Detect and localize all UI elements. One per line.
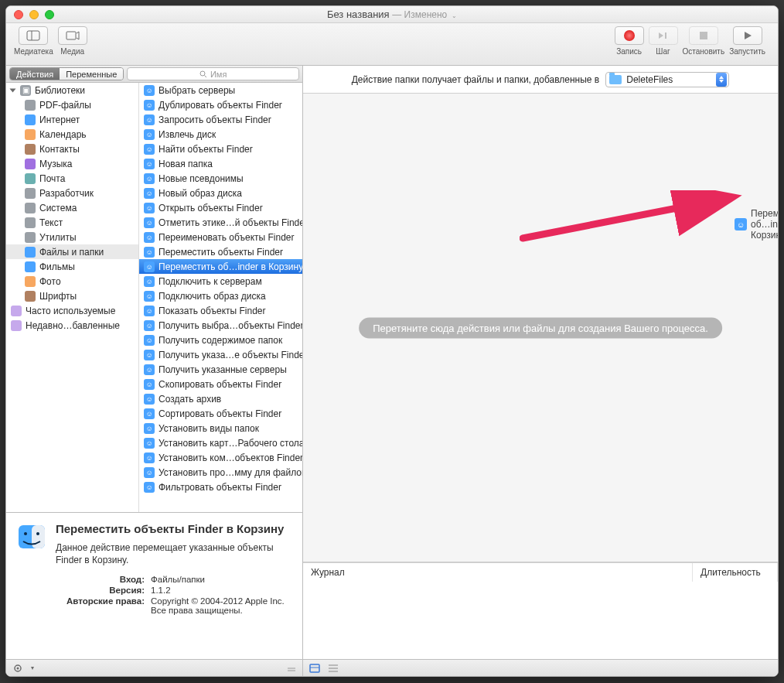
action-item[interactable]: ☺Установить виды папок [139, 421, 302, 435]
lib-calendar[interactable]: Календарь [6, 127, 138, 142]
action-item[interactable]: ☺Открыть объекты Finder [139, 200, 302, 215]
info-value: 1.1.2 [151, 586, 291, 595]
folder-icon [609, 75, 622, 84]
action-item[interactable]: ☺Новые псевдонимы [139, 171, 302, 186]
lib-internet[interactable]: Интернет [6, 112, 138, 127]
action-item[interactable]: ☺Выбрать серверы [139, 83, 302, 97]
lib-text[interactable]: Текст [6, 215, 138, 230]
action-item[interactable]: ☺Получить содержимое папок [139, 333, 302, 347]
svg-rect-2 [66, 32, 76, 39]
lib-pdf[interactable]: PDF-файлы [6, 97, 138, 112]
tab-actions[interactable]: Действия [10, 68, 60, 80]
action-label: Дублировать объекты Finder [159, 100, 282, 111]
flow-view-icon[interactable] [309, 664, 320, 673]
finder-small-icon: ☺ [144, 85, 155, 96]
action-item[interactable]: ☺Получить выбра…объекты Finder [139, 318, 302, 333]
action-item[interactable]: ☺Установить про…мму для файлов [139, 465, 302, 480]
action-item[interactable]: ☺Новая папка [139, 156, 302, 171]
run-label: Запустить [729, 47, 765, 56]
info-key: Авторские права: [56, 596, 145, 615]
lib-system[interactable]: Система [6, 200, 138, 215]
category-icon [25, 247, 36, 258]
lib-utilities[interactable]: Утилиты [6, 230, 138, 244]
lib-fonts[interactable]: Шрифты [6, 289, 138, 303]
lib-photos[interactable]: Фото [6, 274, 138, 289]
category-icon [25, 100, 36, 111]
action-item[interactable]: ☺Подключить к серверам [139, 274, 302, 289]
library-tabbar: Действия Переменные Имя [6, 66, 302, 83]
tab-variables[interactable]: Переменные [60, 68, 123, 80]
action-item[interactable]: ☺Переместить объекты Finder [139, 244, 302, 259]
action-item[interactable]: ☺Дублировать объекты Finder [139, 97, 302, 112]
action-item[interactable]: ☺Скопировать объекты Finder [139, 377, 302, 391]
library-button[interactable] [19, 26, 48, 45]
library-list[interactable]: ▣Библиотеки PDF-файлыИнтернетКалендарьКо… [6, 83, 139, 512]
log-col-duration[interactable]: Длительность [693, 563, 778, 582]
list-item-label: Утилиты [39, 232, 77, 243]
svg-rect-4 [700, 32, 707, 39]
lib-music[interactable]: Музыка [6, 156, 138, 171]
automator-window: Без названия — Изменено ⌄ Медиатека Меди… [5, 5, 779, 677]
info-desc: Данное действие перемещает указанные объ… [56, 541, 291, 566]
info-key: Версия: [56, 586, 145, 595]
lib-mail[interactable]: Почта [6, 171, 138, 186]
main: Действия Переменные Имя ▣Библиотеки PDF-… [6, 66, 778, 676]
action-item[interactable]: ☺Сортировать объекты Finder [139, 406, 302, 421]
action-item[interactable]: ☺Запросить объекты Finder [139, 112, 302, 127]
action-item[interactable]: ☺Извлечь диск [139, 127, 302, 142]
library-root[interactable]: ▣Библиотеки [6, 83, 138, 97]
toolbar: Медиатека Медиа Запись Шаг Остановить За… [6, 23, 778, 66]
gear-icon[interactable] [12, 663, 23, 674]
list-item-label: Музыка [39, 159, 72, 169]
list-item-label: Файлы и папки [39, 247, 104, 258]
action-item[interactable]: ☺Создать архив [139, 391, 302, 406]
lib-developer[interactable]: Разработчик [6, 186, 138, 200]
action-item[interactable]: ☺Показать объекты Finder [139, 303, 302, 318]
action-item[interactable]: ☺Отметить этике…й объекты Finder [139, 215, 302, 230]
run-button[interactable] [733, 26, 762, 45]
chevron-down-icon[interactable]: ▾ [31, 664, 34, 671]
list-item-label: Текст [39, 217, 63, 228]
action-label: Переименовать объекты Finder [159, 232, 294, 243]
action-item[interactable]: ☺Найти объекты Finder [139, 142, 302, 156]
lib-movies[interactable]: Фильмы [6, 259, 138, 274]
list-item-label: Часто используемые [26, 306, 115, 316]
workflow-header-text: Действие папки получает файлы и папки, д… [352, 74, 600, 85]
actions-list[interactable]: ☺Выбрать серверы☺Дублировать объекты Fin… [139, 83, 302, 512]
finder-small-icon: ☺ [144, 144, 155, 155]
library-label: Медиатека [14, 47, 53, 56]
log-col-journal[interactable]: Журнал [303, 563, 693, 582]
finder-small-icon: ☺ [144, 232, 155, 243]
lib-files-folders[interactable]: Файлы и папки [6, 244, 138, 259]
action-item[interactable]: ☺Установить ком…объектов Finder [139, 450, 302, 465]
media-button[interactable] [58, 26, 87, 45]
action-label: Скопировать объекты Finder [159, 379, 281, 390]
lib-most-used[interactable]: Часто используемые [6, 303, 138, 318]
drop-hint: Перетяните сюда действия или файлы для с… [359, 317, 722, 338]
folder-popup[interactable]: DeleteFiles [605, 72, 729, 87]
dragged-action[interactable]: ☺ Переместить об…inder в Корзину [735, 208, 778, 241]
action-item[interactable]: ☺Подключить образ диска [139, 289, 302, 303]
stop-button[interactable] [689, 26, 718, 45]
action-item[interactable]: ☺Получить указа…е объекты Finder [139, 347, 302, 362]
record-button[interactable] [615, 26, 644, 45]
action-label: Установить ком…объектов Finder [159, 452, 302, 463]
actions-variables-segment: Действия Переменные [9, 67, 124, 80]
action-item[interactable]: ☺Новый образ диска [139, 186, 302, 200]
action-item[interactable]: ☺Получить указанные серверы [139, 362, 302, 377]
list-item-label: Фильмы [39, 261, 75, 272]
action-item[interactable]: ☺Переместить об…inder в Корзину [139, 259, 302, 274]
svg-rect-3 [665, 32, 666, 39]
workflow-canvas[interactable]: ☺ Переместить об…inder в Корзину Перетян… [303, 94, 778, 562]
action-item[interactable]: ☺Установить карт…Рабочего стола [139, 435, 302, 450]
finder-small-icon: ☺ [144, 203, 155, 213]
lib-contacts[interactable]: Контакты [6, 142, 138, 156]
list-view-icon[interactable] [328, 664, 339, 673]
finder-small-icon: ☺ [144, 261, 155, 272]
action-item[interactable]: ☺Переименовать объекты Finder [139, 230, 302, 244]
step-button[interactable] [649, 26, 678, 45]
action-item[interactable]: ☺Фильтровать объекты Finder [139, 480, 302, 494]
action-label: Получить указа…е объекты Finder [159, 350, 302, 360]
lib-recently-added[interactable]: Недавно…бавленные [6, 318, 138, 333]
search-input[interactable]: Имя [127, 67, 299, 80]
